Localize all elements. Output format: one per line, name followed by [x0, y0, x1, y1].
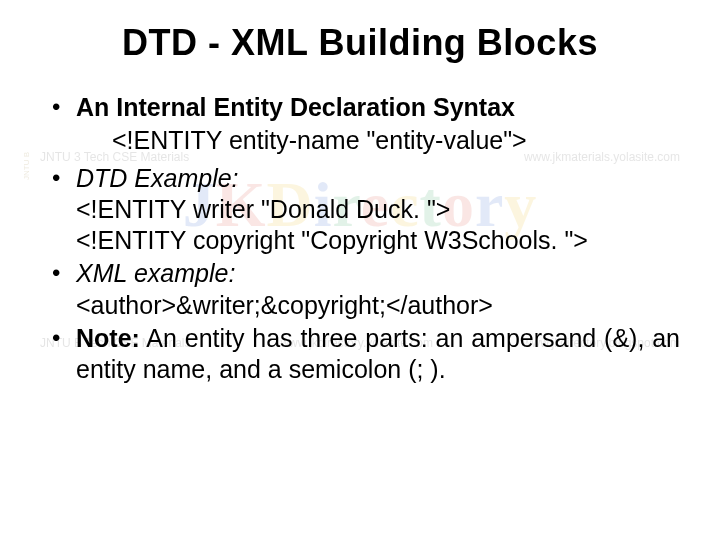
note-label: Note:: [76, 324, 140, 352]
bullet-item: XML example: <author>&writer;&copyright;…: [48, 258, 680, 321]
bullet-item: An Internal Entity Declaration Syntax <!…: [48, 92, 680, 157]
bullet-list: An Internal Entity Declaration Syntax <!…: [40, 92, 680, 385]
slide-content: DTD - XML Building Blocks An Internal En…: [0, 0, 720, 385]
bullet-subheading: DTD Example:: [76, 164, 239, 192]
bullet-item: DTD Example: <!ENTITY writer "Donald Duc…: [48, 163, 680, 257]
code-line: <!ENTITY writer "Donald Duck. ">: [76, 195, 450, 223]
bullet-subheading: XML example:: [76, 259, 235, 287]
code-line: <author>&writer;&copyright;</author>: [76, 291, 493, 319]
code-line: <!ENTITY copyright "Copyright W3Schools.…: [76, 226, 588, 254]
bullet-heading: An Internal Entity Declaration Syntax: [76, 93, 515, 121]
slide-title: DTD - XML Building Blocks: [40, 22, 680, 64]
bullet-item: Note: An entity has three parts: an ampe…: [48, 323, 680, 386]
note-text: An entity has three parts: an ampersand …: [76, 324, 680, 383]
syntax-line: <!ENTITY entity-name "entity-value">: [112, 125, 680, 156]
